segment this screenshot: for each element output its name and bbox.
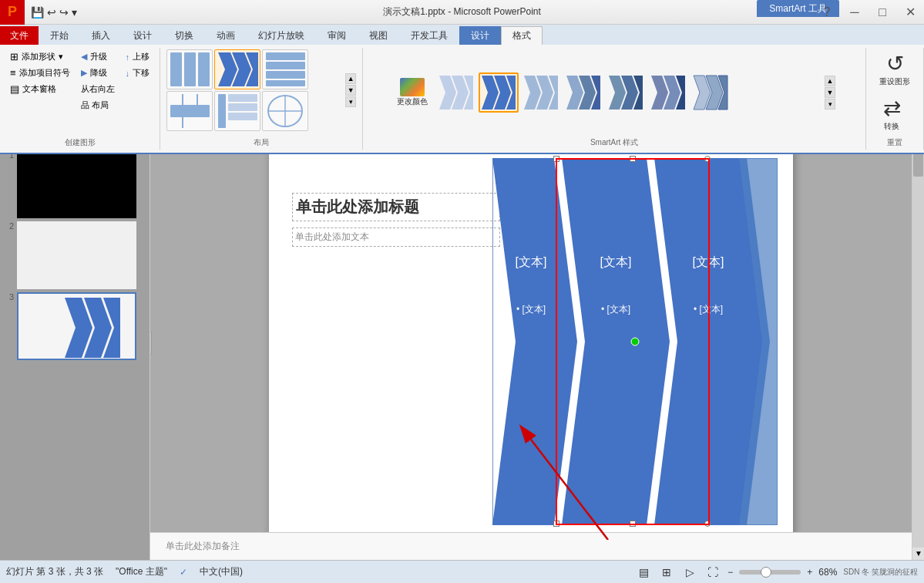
slide-image-2[interactable] xyxy=(17,221,136,289)
slide-panel[interactable]: 1 2 3 xyxy=(0,147,150,560)
handle-tm[interactable] xyxy=(630,156,636,162)
slide-info: 幻灯片 第 3 张，共 3 张 xyxy=(6,565,103,578)
collapse-button[interactable]: ‹ xyxy=(150,332,152,355)
smartart-style-6[interactable] xyxy=(648,72,688,113)
svg-rect-16 xyxy=(228,103,257,111)
slide-canvas[interactable]: 单击此处添加标题 单击此处添加文本 [文本] • [文本] [文 xyxy=(269,147,793,540)
layout-gallery-scroll: ▲ ▼ ▾ xyxy=(166,49,356,131)
smartart-style-7[interactable] xyxy=(690,72,731,113)
move-up-button[interactable]: ↑ 上移 xyxy=(122,49,154,64)
svg-text:• [文本]: • [文本] xyxy=(601,304,630,315)
close-icon[interactable]: ✕ xyxy=(896,0,924,25)
layout-item-1[interactable] xyxy=(166,49,213,89)
layout-item-6[interactable] xyxy=(262,91,308,131)
handle-tl[interactable] xyxy=(553,156,559,162)
handle-bl[interactable] xyxy=(553,521,559,527)
add-shape-button[interactable]: ⊞ 添加形状 ▾ xyxy=(6,49,74,64)
layout-scroll-down[interactable]: ▼ xyxy=(345,85,356,96)
tab-home[interactable]: 开始 xyxy=(39,26,80,45)
notes-text: 单击此处添加备注 xyxy=(166,540,240,553)
normal-view-button[interactable]: ▤ xyxy=(635,564,652,581)
layout-item-4[interactable] xyxy=(166,91,213,131)
tab-slideshow[interactable]: 幻灯片放映 xyxy=(247,26,316,45)
handle-tr[interactable] xyxy=(704,156,711,162)
smartart-style-2[interactable] xyxy=(479,72,519,113)
tab-insert[interactable]: 插入 xyxy=(80,26,122,45)
slide-subtitle[interactable]: 单击此处添加文本 xyxy=(292,227,500,247)
zoom-plus[interactable]: + xyxy=(807,567,812,578)
tab-view[interactable]: 视图 xyxy=(358,26,399,45)
zoom-thumb[interactable] xyxy=(761,567,771,578)
save-icon[interactable]: 💾 xyxy=(31,6,44,19)
layout-scroll-up[interactable]: ▲ xyxy=(345,73,356,84)
smartart-style-scroll-up[interactable]: ▲ xyxy=(825,76,835,86)
slide-thumb-3[interactable]: 3 xyxy=(3,292,146,360)
scroll-track[interactable] xyxy=(912,138,924,548)
create-shape-label: 创建图形 xyxy=(65,136,96,148)
main-area: ‹ 单击此处添加标题 单击此处添加文本 [文本] • xyxy=(150,126,924,560)
restore-icon[interactable]: □ xyxy=(869,0,896,25)
redo-icon[interactable]: ↪ xyxy=(59,6,69,19)
tab-smartart-design[interactable]: 设计 xyxy=(459,26,501,45)
slide-title[interactable]: 单击此处添加标题 xyxy=(292,193,500,221)
slide-thumb-1[interactable]: 1 xyxy=(3,150,146,218)
move-down-icon: ↓ xyxy=(126,69,130,78)
smartart-style-5[interactable] xyxy=(606,72,646,113)
layout-button[interactable]: 品 布局 xyxy=(77,98,119,113)
zoom-level[interactable]: 68% xyxy=(818,567,837,578)
smartart-style-scroll-down[interactable]: ▼ xyxy=(825,87,835,98)
text-pane-button[interactable]: ▤ 文本窗格 xyxy=(6,82,74,96)
slide-thumb-2[interactable]: 2 xyxy=(3,221,146,289)
move-down-button[interactable]: ↓ 下移 xyxy=(122,66,154,80)
layout-item-3[interactable] xyxy=(262,49,308,89)
reading-view-button[interactable]: ▷ xyxy=(681,564,698,581)
tab-animations[interactable]: 动画 xyxy=(205,26,247,45)
promote-button[interactable]: ◀ 升级 xyxy=(77,49,119,64)
reset-graphic-button[interactable]: ↺ 重设图形 xyxy=(872,49,917,91)
smartart-style-scroll: ▲ ▼ ▾ xyxy=(825,76,835,110)
smartart-style-1[interactable] xyxy=(436,72,476,113)
notes-bar[interactable]: 单击此处添加备注 xyxy=(150,532,912,560)
svg-rect-9 xyxy=(266,80,305,86)
slide-image-1[interactable] xyxy=(17,150,136,218)
reset-label: 重置 xyxy=(887,136,902,148)
tab-smartart-format[interactable]: 格式 xyxy=(501,26,543,45)
svg-rect-1 xyxy=(184,52,196,86)
move-up-icon: ↑ xyxy=(126,52,130,62)
rtl-button[interactable]: 从右向左 xyxy=(77,82,119,96)
demote-button[interactable]: ▶ 降级 xyxy=(77,66,119,80)
layout-scroll-more[interactable]: ▾ xyxy=(345,96,356,107)
theme-info: "Office 主题" xyxy=(116,565,167,578)
add-bullet-button[interactable]: ≡ 添加项目符号 xyxy=(6,66,74,80)
tab-transitions[interactable]: 切换 xyxy=(163,26,205,45)
help-icon[interactable]: ? xyxy=(813,0,841,25)
smartart-style-scroll-more[interactable]: ▾ xyxy=(825,99,835,110)
dropdown-icon[interactable]: ▾ xyxy=(72,6,77,19)
tab-review[interactable]: 审阅 xyxy=(316,26,358,45)
zoom-slider[interactable] xyxy=(739,570,801,575)
tab-developer[interactable]: 开发工具 xyxy=(399,26,459,45)
handle-br[interactable] xyxy=(704,521,711,527)
text-pane-icon: ▤ xyxy=(10,83,19,95)
zoom-minus[interactable]: − xyxy=(727,567,733,578)
smartart-area[interactable]: [文本] • [文本] [文本] • [文本] [文本] • [文本] xyxy=(492,158,785,528)
slide-sorter-button[interactable]: ⊞ xyxy=(658,564,675,581)
color-swatch xyxy=(400,78,425,96)
scroll-bar-right[interactable]: ▲ ▼ xyxy=(912,126,924,560)
slideshow-button[interactable]: ⛶ xyxy=(704,564,721,581)
change-color-button[interactable]: 更改颜色 xyxy=(393,76,432,110)
minimize-icon[interactable]: ─ xyxy=(841,0,869,25)
undo-icon[interactable]: ↩ xyxy=(47,6,56,19)
slide-image-3[interactable] xyxy=(17,292,136,360)
tab-design[interactable]: 设计 xyxy=(122,26,163,45)
layout-item-5[interactable] xyxy=(214,91,260,131)
smartart-style-4[interactable] xyxy=(563,72,603,113)
svg-marker-45 xyxy=(492,158,577,525)
handle-bm[interactable] xyxy=(630,521,636,527)
layout-scroll-buttons: ▲ ▼ ▾ xyxy=(345,73,356,107)
scroll-down-button[interactable]: ▼ xyxy=(912,548,924,560)
smartart-style-3[interactable] xyxy=(521,72,561,113)
convert-button[interactable]: ⇄ 转换 xyxy=(872,94,911,136)
tab-file[interactable]: 文件 xyxy=(0,26,39,45)
layout-item-2[interactable] xyxy=(214,49,260,89)
